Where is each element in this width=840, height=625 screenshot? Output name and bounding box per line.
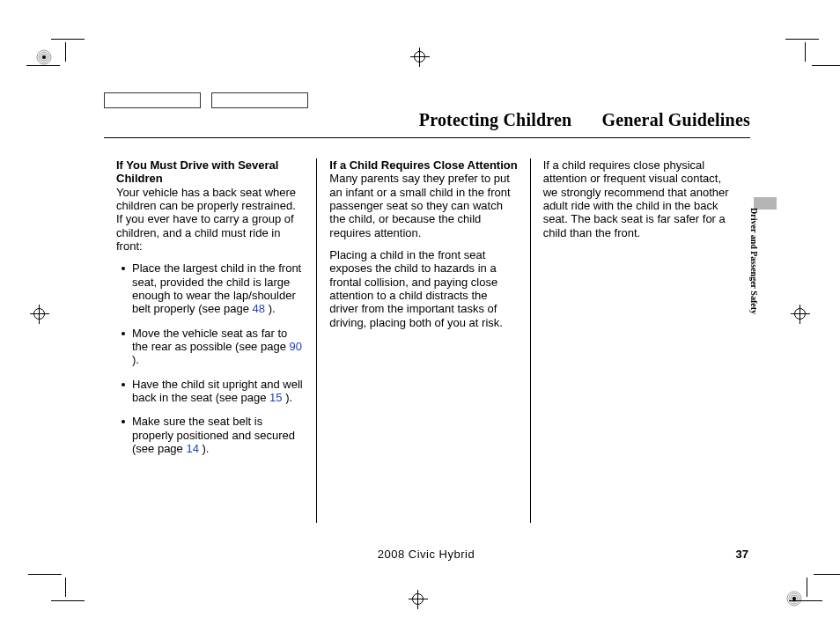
col1-intro: Your vehicle has a back seat where child…	[116, 186, 296, 253]
svg-point-3	[42, 55, 46, 59]
list-item: Place the largest child in the front sea…	[120, 261, 304, 315]
page-title-left: Protecting Children	[419, 110, 572, 129]
page-header: Protecting Children General Guidelines	[104, 110, 750, 138]
crosshair-icon	[409, 590, 428, 609]
registration-mark-icon	[785, 590, 803, 607]
bullet-text: Move the vehicle seat as far to the rear…	[132, 327, 290, 353]
footer-model: 2008 Civic Hybrid	[378, 548, 475, 561]
crosshair-icon	[791, 305, 810, 324]
col3-p1: If a child requires close physical atten…	[543, 158, 731, 239]
list-item: Move the vehicle seat as far to the rear…	[120, 327, 304, 367]
col2-p1: Many parents say they prefer to put an i…	[329, 172, 510, 239]
column-1: If You Must Drive with Several Children …	[104, 158, 316, 523]
header-rule	[104, 137, 750, 138]
page-link[interactable]: 15	[269, 391, 282, 404]
crosshair-icon	[410, 48, 430, 67]
column-2: If a Child Requires Close Attention Many…	[316, 158, 529, 523]
registration-mark-icon	[35, 48, 53, 66]
bullet-text-post: ).	[283, 391, 293, 404]
list-item: Have the child sit upright and well back…	[120, 378, 304, 405]
content-columns: If You Must Drive with Several Children …	[104, 158, 743, 523]
bullet-text: Make sure the seat belt is properly posi…	[132, 415, 295, 455]
svg-point-7	[792, 597, 796, 600]
footer-page-number: 37	[736, 548, 748, 561]
col1-heading: If You Must Drive with Several Children	[116, 158, 278, 185]
page-title-right: General Guidelines	[601, 110, 750, 129]
col2-p2: Placing a child in the front seat expose…	[329, 248, 517, 329]
col2-heading: If a Child Requires Close Attention	[329, 158, 517, 172]
chapter-tab-label: Driver and Passenger Safety	[749, 208, 759, 314]
page-link[interactable]: 90	[290, 340, 302, 353]
page-link[interactable]: 48	[253, 302, 265, 315]
page-link[interactable]: 14	[186, 442, 198, 455]
column-3: If a child requires close physical atten…	[530, 158, 743, 523]
list-item: Make sure the seat belt is properly posi…	[120, 415, 304, 455]
bullet-text-post: ).	[199, 442, 210, 455]
crosshair-icon	[30, 305, 49, 324]
bullet-text: Place the largest child in the front sea…	[132, 261, 301, 315]
blank-field-boxes	[104, 92, 308, 108]
bullet-text-post: ).	[265, 302, 276, 315]
col1-bullet-list: Place the largest child in the front sea…	[120, 261, 304, 455]
bullet-text-post: ).	[132, 353, 139, 366]
